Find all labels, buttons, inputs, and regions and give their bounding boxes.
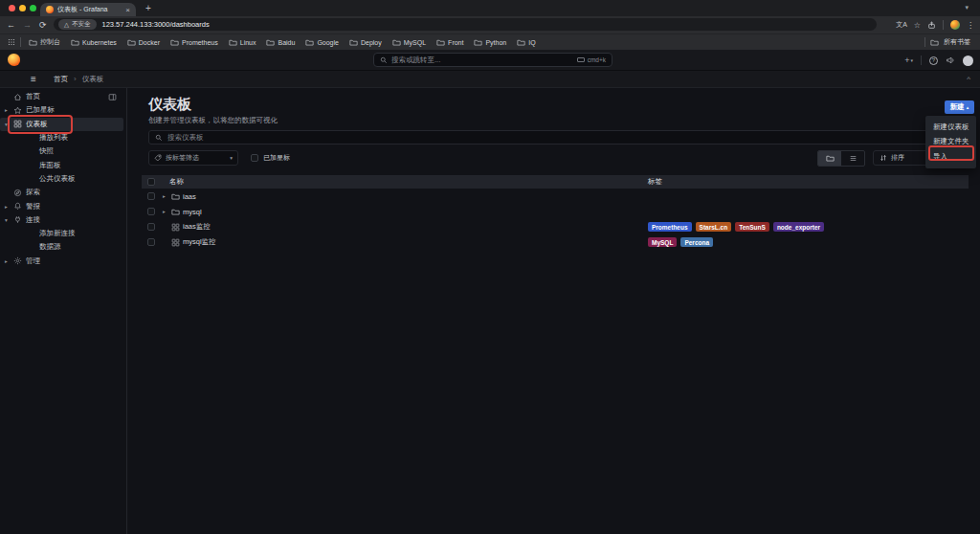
grafana-logo-icon[interactable] xyxy=(8,54,20,66)
tag-badge[interactable]: StarsL.cn xyxy=(696,222,732,232)
dashboard-search-input[interactable]: 搜索仪表板 xyxy=(148,130,969,145)
filter-row: 按标签筛选 ▾ 已加星标 排序 xyxy=(148,149,969,167)
tab-title: 仪表板 - Grafana xyxy=(57,5,122,14)
tab-close-icon[interactable]: × xyxy=(125,6,130,14)
tag-badge[interactable]: Percona xyxy=(680,237,713,247)
search-icon xyxy=(155,134,163,142)
bookmark-item[interactable]: 控制台 xyxy=(29,37,60,47)
row-expand-caret-icon[interactable]: ▸ xyxy=(163,193,166,199)
bookmark-item[interactable]: Linux xyxy=(229,38,256,47)
bookmark-item[interactable]: Python xyxy=(474,38,506,47)
dashboard-name-link[interactable]: iaas监控 xyxy=(183,222,211,232)
quick-add-button[interactable]: +▾ xyxy=(904,56,913,65)
sidebar-item-home[interactable]: 首页 xyxy=(0,90,123,103)
select-all-checkbox[interactable] xyxy=(147,178,155,186)
browser-tabstrip: 仪表板 - Grafana × + ▾ xyxy=(0,0,980,16)
table-row[interactable]: ▸iaas xyxy=(142,189,969,204)
reload-icon[interactable]: ⟳ xyxy=(39,20,47,30)
help-icon[interactable]: ? xyxy=(929,56,938,65)
bookmark-item[interactable]: Prometheus xyxy=(170,38,218,47)
sidebar-item-public-dashboards[interactable]: 公共仪表板 xyxy=(0,172,123,186)
news-megaphone-icon[interactable] xyxy=(946,56,955,65)
list-view-button[interactable] xyxy=(841,151,864,166)
sidebar-item-data-sources[interactable]: 数据源 xyxy=(0,240,123,254)
row-expand-caret-icon[interactable]: ▸ xyxy=(163,209,166,214)
translate-icon[interactable]: 文A xyxy=(896,20,907,30)
expand-caret-icon[interactable]: ▾ xyxy=(5,217,13,223)
row-checkbox[interactable] xyxy=(147,223,155,231)
mega-menu-toggle-icon[interactable]: ≡ xyxy=(31,74,36,84)
url-bar[interactable]: △ 不安全 123.57.244.133:3000/dashboards xyxy=(54,18,877,31)
bookmark-item[interactable]: Kubernetes xyxy=(71,38,117,47)
sidebar-item-starred[interactable]: ▸已加星标 xyxy=(0,103,123,117)
tag-badge[interactable]: TenSunS xyxy=(735,222,769,232)
folder-name-link[interactable]: iaas xyxy=(183,192,196,201)
row-tags: MySQLPercona xyxy=(648,237,713,247)
table-row[interactable]: ▸mysql xyxy=(142,204,969,219)
row-checkbox[interactable] xyxy=(147,192,155,200)
new-button[interactable]: 新建 ▴ xyxy=(945,100,974,114)
bookmark-item[interactable]: Docker xyxy=(127,38,160,47)
table-body: ▸iaas▸mysqliaas监控PrometheusStarsL.cnTenS… xyxy=(142,189,969,250)
sidebar-item-connections[interactable]: ▾连接 xyxy=(0,213,123,227)
bookmark-item[interactable]: MySQL xyxy=(392,38,426,47)
menu-item-new-folder[interactable]: 新建文件夹 xyxy=(925,135,976,150)
back-icon[interactable]: ← xyxy=(7,20,15,30)
sidebar-item-snapshots[interactable]: 快照 xyxy=(0,145,123,158)
row-checkbox[interactable] xyxy=(147,238,155,246)
security-badge[interactable]: △ 不安全 xyxy=(58,19,97,30)
starred-checkbox[interactable] xyxy=(251,154,258,162)
global-search-input[interactable]: 搜索或跳转至... cmd+k xyxy=(373,53,612,67)
table-row[interactable]: iaas监控PrometheusStarsL.cnTenSunSnode_exp… xyxy=(142,219,969,234)
dashboard-name-link[interactable]: mysql监控 xyxy=(183,237,216,247)
expand-caret-icon[interactable]: ▾ xyxy=(5,122,13,127)
new-menu: 新建仪表板新建文件夹导入 xyxy=(925,116,976,168)
folder-name-link[interactable]: mysql xyxy=(183,208,202,216)
bookmark-item[interactable]: Deploy xyxy=(349,38,382,47)
all-bookmarks[interactable]: 所有书签 xyxy=(924,37,970,47)
chevron-up-icon[interactable]: ^ xyxy=(967,75,970,83)
sidebar-item-alerting[interactable]: ▸警报 xyxy=(0,199,123,212)
folder-view-button[interactable] xyxy=(818,151,841,166)
chrome-profile-avatar[interactable] xyxy=(950,20,960,30)
bookmark-label: Front xyxy=(448,39,463,46)
apps-grid-icon[interactable] xyxy=(8,38,15,46)
toolbar-actions: 文A ☆ ⋮ xyxy=(896,16,974,33)
new-tab-button[interactable]: + xyxy=(145,3,151,13)
browser-tab[interactable]: 仪表板 - Grafana × xyxy=(40,3,136,16)
sidebar-item-playlists[interactable]: 播放列表 xyxy=(0,131,123,145)
tab-search-chevron-icon[interactable]: ▾ xyxy=(965,4,969,11)
macos-zoom-button[interactable] xyxy=(30,5,36,11)
user-avatar[interactable] xyxy=(963,56,973,66)
sidebar-item-add-new-connection[interactable]: 添加新连接 xyxy=(0,227,123,240)
bookmarks-divider xyxy=(20,37,21,47)
tag-filter-select[interactable]: 按标签筛选 ▾ xyxy=(148,150,238,166)
expand-caret-icon[interactable]: ▸ xyxy=(5,204,13,210)
expand-caret-icon[interactable]: ▸ xyxy=(5,258,13,264)
bookmark-item[interactable]: Google xyxy=(305,38,339,47)
sidebar-item-explore[interactable]: 探索 xyxy=(0,186,123,199)
breadcrumb-home[interactable]: 首页 xyxy=(54,75,68,84)
sidebar-item-dashboards[interactable]: ▾仪表板 xyxy=(0,118,123,131)
menu-item-import[interactable]: 导入 xyxy=(925,149,976,165)
sidebar-item-library-panels[interactable]: 库面板 xyxy=(0,158,123,171)
macos-minimize-button[interactable] xyxy=(19,5,26,11)
tag-badge[interactable]: MySQL xyxy=(648,237,677,247)
expand-caret-icon[interactable]: ▸ xyxy=(5,107,13,113)
tag-badge[interactable]: Prometheus xyxy=(648,222,692,232)
menu-item-new-dashboard[interactable]: 新建仪表板 xyxy=(925,120,976,135)
forward-icon[interactable]: → xyxy=(23,20,32,30)
chrome-menu-icon[interactable]: ⋮ xyxy=(967,21,974,30)
bookmark-star-icon[interactable]: ☆ xyxy=(914,21,921,30)
row-checkbox[interactable] xyxy=(147,208,155,215)
share-icon[interactable] xyxy=(927,21,936,30)
sidebar-item-administration[interactable]: ▸管理 xyxy=(0,255,123,268)
macos-close-button[interactable] xyxy=(9,5,15,11)
dock-menu-icon[interactable] xyxy=(108,93,117,101)
tag-badge[interactable]: node_exporter xyxy=(773,222,824,232)
starred-filter[interactable]: 已加星标 xyxy=(251,153,290,163)
bookmark-item[interactable]: Front xyxy=(436,38,463,47)
table-row[interactable]: mysql监控MySQLPercona xyxy=(142,234,969,250)
bookmark-item[interactable]: Baidu xyxy=(266,38,295,47)
bookmark-item[interactable]: IQ xyxy=(517,38,535,47)
